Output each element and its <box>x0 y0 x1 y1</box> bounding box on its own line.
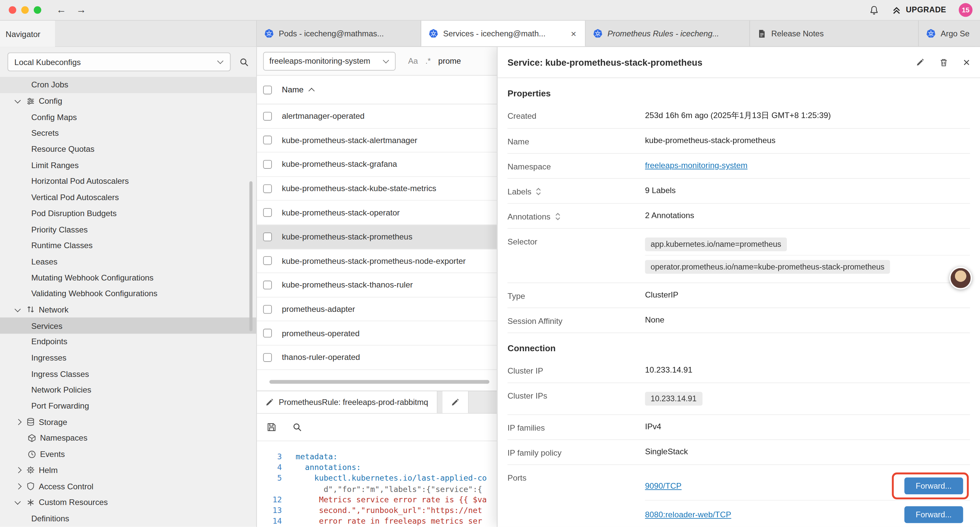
list-search[interactable]: Aa .* prome <box>408 56 461 66</box>
service-name: kube-prometheus-stack-operator <box>282 208 399 217</box>
table-row[interactable]: kube-prometheus-stack-alertmanager <box>257 128 497 153</box>
sidebar-item-validating-webhook-configurations[interactable]: Validating Webhook Configurations <box>0 285 256 301</box>
service-name: kube-prometheus-stack-prometheus <box>282 232 412 242</box>
regex-toggle[interactable]: .* <box>425 56 431 66</box>
table-row[interactable]: kube-prometheus-stack-prometheus <box>257 225 497 249</box>
table-row[interactable]: prometheus-adapter <box>257 297 497 321</box>
chevron-down-icon <box>14 305 22 314</box>
row-checkbox[interactable] <box>263 256 272 265</box>
sidebar-item-storage[interactable]: Storage <box>0 414 256 430</box>
close-icon[interactable]: × <box>570 29 578 38</box>
dock-tab-prometheusrule-freeleaps-prod-rabbitmq[interactable]: PrometheusRule: freeleaps-prod-rabbitmq <box>257 391 438 413</box>
row-checkbox[interactable] <box>263 305 272 314</box>
table-row[interactable]: kube-prometheus-stack-operator <box>257 201 497 225</box>
sidebar-item-config-maps[interactable]: Config Maps <box>0 109 256 125</box>
sidebar-item-events[interactable]: Events <box>0 446 256 462</box>
table-row[interactable]: kube-prometheus-stack-kube-state-metrics <box>257 177 497 201</box>
sidebar-item-endpoints[interactable]: Endpoints <box>0 334 256 350</box>
tab-services-icecheng-math[interactable]: Services - icecheng@math...× <box>421 21 586 46</box>
table-row[interactable]: prometheus-operated <box>257 322 497 345</box>
forward-nav-button[interactable]: → <box>76 5 86 15</box>
sidebar-item-priority-classes[interactable]: Priority Classes <box>0 221 256 237</box>
port-link[interactable]: 9090/TCP <box>645 481 682 490</box>
helm-icon <box>26 466 35 474</box>
sidebar-scrollbar[interactable] <box>250 181 253 331</box>
table-row[interactable]: alertmanager-operated <box>257 104 497 128</box>
updown-icon <box>536 188 541 196</box>
edit-icon[interactable] <box>916 58 924 66</box>
sidebar-item-network-policies[interactable]: Network Policies <box>0 382 256 398</box>
sidebar-item-helm[interactable]: Helm <box>0 462 256 478</box>
sidebar-item-limit-ranges[interactable]: Limit Ranges <box>0 157 256 173</box>
sidebar-item-label: Storage <box>39 417 67 427</box>
notification-badge[interactable]: 15 <box>959 3 972 17</box>
sidebar-search-icon[interactable] <box>240 57 249 66</box>
kubeconfig-selector-value: Local Kubeconfigs <box>14 57 81 66</box>
sidebar-item-namespaces[interactable]: Namespaces <box>0 430 256 446</box>
table-row[interactable]: kube-prometheus-stack-prometheus-node-ex… <box>257 249 497 273</box>
tab-pods-icecheng-mathmas[interactable]: Pods - icecheng@mathmas... <box>257 21 421 46</box>
sidebar-item-pod-disruption-budgets[interactable]: Pod Disruption Budgets <box>0 205 256 221</box>
yaml-editor[interactable]: 3metadata:4 annotations:5 kubectl.kubern… <box>257 441 497 527</box>
support-avatar[interactable] <box>949 267 972 289</box>
tab-argo-se[interactable]: Argo Se <box>919 21 980 46</box>
sidebar-item-horizontal-pod-autoscalers[interactable]: Horizontal Pod Autoscalers <box>0 173 256 189</box>
sidebar-item-network[interactable]: Network <box>0 301 256 318</box>
namespace-filter-dropdown[interactable]: freeleaps-monitoring-system <box>263 52 396 70</box>
delete-icon[interactable] <box>939 58 948 66</box>
title-bar: ← → UPGRADE 15 <box>0 0 980 21</box>
row-checkbox[interactable] <box>263 329 272 338</box>
sidebar-item-leases[interactable]: Leases <box>0 253 256 269</box>
row-checkbox[interactable] <box>263 184 272 193</box>
column-header-name[interactable]: Name <box>282 85 315 94</box>
tab-prometheus-rules-icecheng[interactable]: Prometheus Rules - icecheng... <box>586 21 750 46</box>
sidebar-item-services[interactable]: Services <box>0 318 256 334</box>
sidebar-item-definitions[interactable]: Definitions <box>0 510 256 526</box>
bell-icon[interactable] <box>869 5 880 15</box>
row-checkbox[interactable] <box>263 136 272 145</box>
sidebar-item-secrets[interactable]: Secrets <box>0 125 256 141</box>
sidebar-item-cron-jobs[interactable]: Cron Jobs <box>0 77 256 93</box>
zoom-window-button[interactable] <box>34 6 41 14</box>
row-checkbox[interactable] <box>263 112 272 120</box>
tab-release-notes[interactable]: Release Notes <box>750 21 919 46</box>
table-row[interactable]: kube-prometheus-stack-grafana <box>257 153 497 177</box>
dock-tab[interactable] <box>442 391 469 413</box>
match-case-toggle[interactable]: Aa <box>408 56 418 66</box>
forward-button[interactable]: Forward... <box>904 478 963 495</box>
badge-line: app.kubernetes.io/name=prometheus <box>645 236 970 253</box>
upgrade-button[interactable]: UPGRADE <box>892 5 946 15</box>
row-checkbox[interactable] <box>263 353 272 361</box>
select-all-checkbox[interactable] <box>263 85 272 94</box>
sidebar-item-runtime-classes[interactable]: Runtime Classes <box>0 237 256 253</box>
minimize-window-button[interactable] <box>21 6 29 14</box>
namespace-link[interactable]: freeleaps-monitoring-system <box>645 161 748 170</box>
sidebar-item-mutating-webhook-configurations[interactable]: Mutating Webhook Configurations <box>0 269 256 285</box>
sidebar-item-resource-quotas[interactable]: Resource Quotas <box>0 141 256 157</box>
sidebar-item-config[interactable]: Config <box>0 93 256 109</box>
kubeconfig-selector[interactable]: Local Kubeconfigs <box>7 53 231 71</box>
sidebar-item-port-forwarding[interactable]: Port Forwarding <box>0 398 256 414</box>
sidebar-item-custom-resources[interactable]: Custom Resources <box>0 494 256 510</box>
row-checkbox[interactable] <box>263 232 272 241</box>
row-checkbox[interactable] <box>263 160 272 169</box>
code-text: error rate in freeleaps metrics ser <box>296 516 482 526</box>
row-checkbox[interactable] <box>263 208 272 217</box>
close-window-button[interactable] <box>9 6 16 14</box>
sidebar-item-ingress-classes[interactable]: Ingress Classes <box>0 366 256 382</box>
table-row[interactable]: kube-prometheus-stack-thanos-ruler <box>257 273 497 297</box>
row-checkbox[interactable] <box>263 280 272 289</box>
close-icon[interactable]: × <box>963 56 970 68</box>
table-row[interactable]: thanos-ruler-operated <box>257 345 497 369</box>
sidebar-item-ingresses[interactable]: Ingresses <box>0 350 256 366</box>
editor-search-icon[interactable] <box>293 423 302 432</box>
horizontal-scrollbar[interactable] <box>269 380 490 384</box>
services-pane: freeleaps-monitoring-system Aa .* prome … <box>257 47 497 527</box>
back-button[interactable]: ← <box>56 5 66 15</box>
save-icon[interactable] <box>267 423 276 432</box>
sidebar-item-vertical-pod-autoscalers[interactable]: Vertical Pod Autoscalers <box>0 189 256 205</box>
sidebar-item-access-control[interactable]: Access Control <box>0 478 256 494</box>
forward-button[interactable]: Forward... <box>904 506 963 523</box>
search-input[interactable]: prome <box>438 56 461 66</box>
port-link[interactable]: 8080:reloader-web/TCP <box>645 510 732 519</box>
